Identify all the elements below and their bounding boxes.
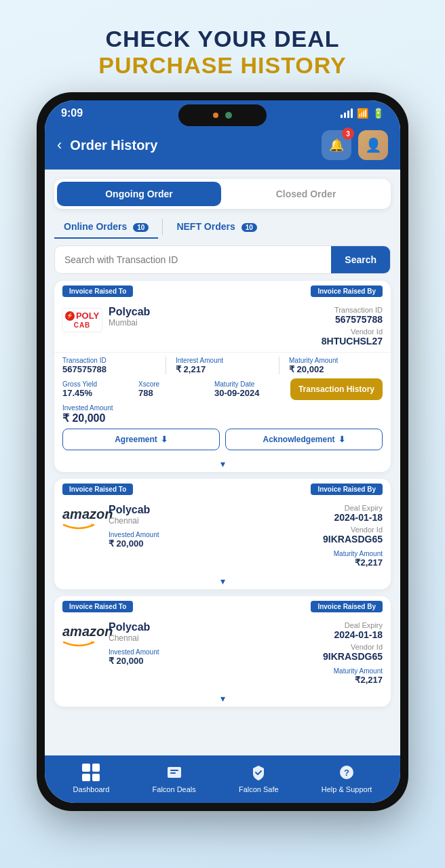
card1-txn-info: Transaction ID 567575788 Vendor Id 8HTUC… <box>322 306 383 347</box>
order-card-2: Invoice Raised To Invoice Raised By amaz… <box>54 479 391 589</box>
card1-interest-item: Interest Amount ₹ 2,217 <box>176 357 269 374</box>
signal-bar-1 <box>341 115 343 118</box>
card3-main: amazon Polycab Chennai Invested Amount <box>54 617 391 690</box>
card1-xscore-item: Xscore 788 <box>138 380 208 398</box>
card1-gross-val: 17.45% <box>62 388 132 398</box>
card2-header: Invoice Raised To Invoice Raised By <box>54 479 391 500</box>
card2-expand[interactable]: ▾ <box>54 573 391 589</box>
card1-gross-label: Gross Yield <box>62 380 132 388</box>
bottom-nav: Dashboard Falcon Deals <box>45 755 400 803</box>
nav-falcon-safe-label: Falcon Safe <box>239 785 279 793</box>
nav-help-label: Help & Support <box>322 785 372 793</box>
nav-falcon-deals[interactable]: Falcon Deals <box>153 762 196 793</box>
card1-invested-label: Invested Amount <box>62 404 383 412</box>
polycab-logo: ⚡ POLY CAB <box>62 308 102 332</box>
order-card-1: Invoice Raised To Invoice Raised By ⚡ PO… <box>54 281 391 472</box>
transaction-history-btn[interactable]: Transaction History <box>290 378 383 400</box>
amazon-smile-icon-3 <box>62 639 95 648</box>
card2-vendor-label: Vendor Id <box>323 526 383 534</box>
tab-neft-orders[interactable]: NEFT Orders 10 <box>167 216 266 239</box>
card2-company-name: Polycab <box>109 504 316 516</box>
notification-bell[interactable]: 🔔 3 <box>322 130 351 160</box>
card1-location: Mumbai <box>109 318 315 328</box>
card3-company-info: Polycab Chennai Invested Amount ₹ 20,000 <box>109 621 316 666</box>
card1-matdate-val: 30-09-2024 <box>214 388 284 398</box>
card1-txnid-item: Transaction ID 567575788 <box>62 357 156 374</box>
status-time: 9:09 <box>61 107 83 119</box>
card1-invoice-by: Invoice Raised By <box>311 285 383 297</box>
phone-screen: 9:09 📶 🔋 ‹ Order History 🔔 <box>45 100 400 803</box>
user-avatar[interactable]: 👤 <box>358 130 388 160</box>
signal-bar-4 <box>351 108 353 118</box>
tab-ongoing[interactable]: Ongoing Order <box>57 182 221 206</box>
card2-deal-label: Deal Expiry <box>323 504 383 512</box>
card3-invested-label: Invested Amount <box>109 648 316 656</box>
orders-list: Invoice Raised To Invoice Raised By ⚡ PO… <box>45 274 400 716</box>
card3-deal-value: 2024-01-18 <box>323 629 383 640</box>
signal-bar-2 <box>344 113 346 118</box>
card1-matdate-label: Maturity Date <box>214 380 284 388</box>
amazon-logo-wrap-3: amazon <box>62 621 102 650</box>
tab-closed[interactable]: Closed Order <box>224 182 388 206</box>
card1-action-btns: Agreement ⬇ Acknowledgement ⬇ <box>62 429 383 450</box>
card1-txnid-label: Transaction ID <box>62 357 156 364</box>
nav-dashboard-label: Dashboard <box>73 785 110 793</box>
back-button[interactable]: ‹ <box>57 136 62 154</box>
card1-divider1 <box>166 357 166 374</box>
card2-maturity-label: Maturity Amount <box>323 550 383 557</box>
card3-vendor-value: 9IKRASDG65 <box>323 651 383 662</box>
header-line1: CHECK YOUR DEAL <box>98 26 347 52</box>
card2-main: amazon Polycab Chennai Invested Amount <box>54 500 391 573</box>
card1-row3: Invested Amount ₹ 20,000 <box>62 404 383 425</box>
card3-invoice-to: Invoice Raised To <box>62 601 133 612</box>
card3-location: Chennai <box>109 633 316 643</box>
card3-vendor-label: Vendor Id <box>323 643 383 651</box>
card1-expand[interactable]: ▾ <box>54 456 391 472</box>
nav-help-support[interactable]: ? Help & Support <box>322 762 372 793</box>
card1-txnid-val: 567575788 <box>62 364 156 374</box>
card3-expand[interactable]: ▾ <box>54 690 391 707</box>
card3-invoice-by: Invoice Raised By <box>311 601 383 612</box>
agreement-btn[interactable]: Agreement ⬇ <box>62 429 220 450</box>
search-button[interactable]: Search <box>331 246 390 273</box>
nav-dashboard[interactable]: Dashboard <box>73 762 110 793</box>
wifi-icon: 📶 <box>357 108 368 119</box>
amazon-logo-3: amazon <box>62 624 113 639</box>
content-area[interactable]: Ongoing Order Closed Order Online Orders… <box>45 170 400 755</box>
card1-main: ⚡ POLY CAB Polycab Mumbai Transaction ID <box>54 302 391 352</box>
acknowledgement-btn[interactable]: Acknowledgement ⬇ <box>225 429 383 450</box>
card2-invoice-to: Invoice Raised To <box>62 484 133 495</box>
nav-falcon-deals-label: Falcon Deals <box>153 785 196 793</box>
bell-icon: 🔔 <box>329 138 344 153</box>
header-line2: PURCHASE HISTORY <box>98 52 347 79</box>
card2-deal-value: 2024-01-18 <box>323 512 383 523</box>
nav-falcon-safe[interactable]: Falcon Safe <box>239 762 279 793</box>
card1-vendor-value: 8HTUCHSL27 <box>322 336 383 347</box>
card3-company-name: Polycab <box>109 621 316 633</box>
tab-online-orders[interactable]: Online Orders 10 <box>54 216 158 239</box>
card1-vendor-label: Vendor Id <box>322 328 383 336</box>
screen-title: Order History <box>70 138 157 153</box>
phone-wrapper: 9:09 📶 🔋 ‹ Order History 🔔 <box>37 92 408 811</box>
card1-row1: Transaction ID 567575788 Interest Amount… <box>62 357 383 374</box>
online-badge: 10 <box>133 223 149 232</box>
card1-row2: Gross Yield 17.45% Xscore 788 Maturity D… <box>62 378 383 400</box>
card1-maturity-label: Maturity Amount <box>289 357 383 364</box>
card1-company-name: Polycab <box>109 306 315 318</box>
card1-header: Invoice Raised To Invoice Raised By <box>54 281 391 302</box>
card1-txn-label: Transaction ID <box>322 306 383 314</box>
card2-invested-val: ₹ 20,000 <box>109 538 316 549</box>
help-support-icon: ? <box>334 762 359 783</box>
page-header: CHECK YOUR DEAL PURCHASE HISTORY <box>85 0 360 92</box>
card1-xscore-label: Xscore <box>138 380 208 388</box>
card1-invested-item: Invested Amount ₹ 20,000 <box>62 404 383 425</box>
app-header: ‹ Order History 🔔 3 👤 <box>45 123 400 170</box>
notch-dot-green <box>225 112 232 119</box>
card1-xscore-val: 788 <box>138 388 208 398</box>
search-input[interactable] <box>55 246 331 273</box>
bell-badge: 3 <box>342 127 354 140</box>
download-icon-agreement: ⬇ <box>161 435 168 444</box>
card2-txn-info: Deal Expiry 2024-01-18 Vendor Id 9IKRASD… <box>323 504 383 568</box>
card2-vendor-value: 9IKRASDG65 <box>323 534 383 545</box>
search-bar: Search <box>54 245 391 274</box>
